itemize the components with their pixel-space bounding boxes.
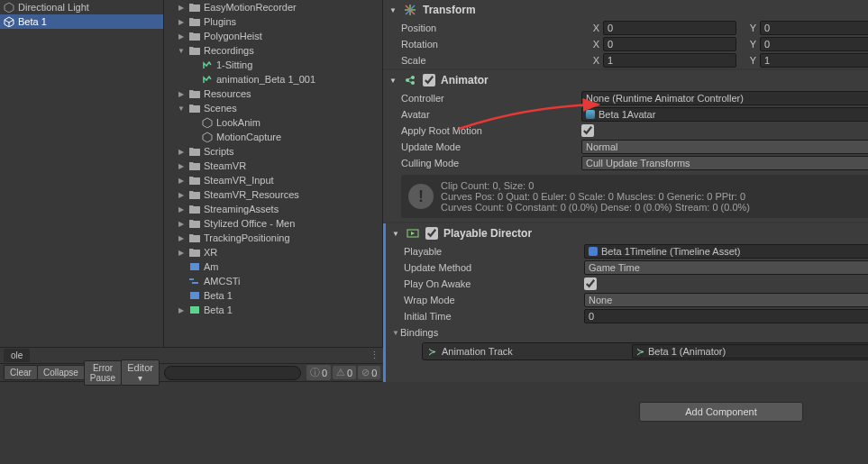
hierarchy-item-label: Directional Light [18, 2, 89, 13]
wrap-mode-dropdown[interactable]: None▾ [584, 293, 868, 307]
timeline-icon [589, 247, 598, 256]
rotation-y-input[interactable] [760, 37, 868, 51]
editor-dropdown[interactable]: Editor ▾ [121, 359, 160, 386]
tree-item[interactable]: ▶Plugins [164, 14, 382, 29]
foldout-icon[interactable]: ▼ [177, 104, 186, 113]
animator-enabled-checkbox[interactable] [423, 74, 435, 86]
avatar-field[interactable]: Beta 1Avatar [581, 107, 868, 122]
wrap-mode-label: Wrap Mode [404, 295, 584, 305]
console-search-input[interactable] [164, 366, 301, 380]
tree-item[interactable]: ▶XR [164, 245, 382, 259]
tree-item[interactable]: ▶Beta 1 [164, 303, 382, 317]
update-mode-dropdown[interactable]: Normal▾ [581, 140, 868, 154]
tree-item[interactable]: ▶EasyMotionRecorder [164, 0, 382, 14]
component-header[interactable]: ▼ Animator ?⇄⋮ [383, 70, 868, 90]
hierarchy-item[interactable]: Beta 1 [0, 14, 163, 29]
light-icon [4, 2, 14, 13]
component-title: Playable Director [443, 227, 868, 240]
avatar-icon [586, 110, 595, 119]
tree-item[interactable]: ▼Scenes [164, 101, 382, 115]
info-count-badge[interactable]: ⓘ0 [306, 365, 331, 380]
tree-item[interactable]: MotionCapture [164, 130, 382, 144]
warn-count-badge[interactable]: ⚠0 [333, 366, 356, 379]
hierarchy-item[interactable]: Directional Light [0, 0, 163, 14]
hierarchy-item-label: Beta 1 [18, 16, 47, 27]
foldout-icon[interactable]: ▶ [177, 161, 186, 170]
position-label: Position [401, 23, 581, 33]
tree-item[interactable]: ▶TrackingPositioning [164, 231, 382, 245]
position-y-input[interactable] [760, 21, 868, 35]
foldout-icon[interactable]: ▼ [177, 46, 186, 55]
tree-item-label: Recordings [204, 45, 254, 56]
binding-target-field[interactable]: ≻Beta 1 (Animator) [632, 344, 868, 359]
component-header[interactable]: ▼ Playable Director ?⇄⋮ [386, 223, 868, 243]
update-method-dropdown[interactable]: Game Time▾ [584, 260, 868, 275]
foldout-icon[interactable]: ▼ [391, 328, 400, 337]
tree-item-label: 1-Sitting [216, 59, 252, 70]
foldout-icon[interactable]: ▶ [177, 89, 186, 98]
foldout-icon[interactable] [189, 132, 198, 141]
foldout-icon[interactable]: ▶ [177, 3, 186, 12]
tree-item[interactable]: ▶SteamVR [164, 159, 382, 173]
foldout-icon[interactable]: ▶ [177, 190, 186, 199]
tree-item[interactable]: ▼Recordings [164, 43, 382, 58]
foldout-icon[interactable] [177, 262, 186, 271]
svg-rect-1 [189, 278, 194, 280]
foldout-icon[interactable] [189, 75, 198, 84]
playable-director-icon [406, 226, 420, 241]
foldout-icon[interactable]: ▶ [177, 205, 186, 214]
foldout-icon[interactable]: ▼ [391, 229, 400, 238]
foldout-icon[interactable]: ▶ [177, 248, 186, 257]
foldout-icon[interactable] [177, 277, 186, 286]
tree-item[interactable]: ▶SteamVR_Input [164, 173, 382, 187]
foldout-icon[interactable] [177, 291, 186, 300]
playable-enabled-checkbox[interactable] [425, 227, 438, 240]
folder-icon [188, 218, 201, 229]
tree-item[interactable]: ▶Scripts [164, 144, 382, 159]
playable-field[interactable]: Beta 1Timeline (Timeline Asset) [584, 244, 868, 259]
console-tab[interactable]: ole [4, 349, 30, 362]
culling-mode-dropdown[interactable]: Cull Update Transforms▾ [581, 156, 868, 170]
foldout-icon[interactable]: ▶ [177, 147, 186, 156]
foldout-icon[interactable]: ▼ [388, 5, 397, 14]
component-header[interactable]: ▼ Transform ?⇄⋮ [383, 0, 868, 20]
error-count-badge[interactable]: ⊘0 [358, 366, 380, 379]
tree-item[interactable]: animation_Beta 1_001 [164, 72, 382, 86]
rotation-x-input[interactable] [603, 37, 736, 51]
tree-item[interactable]: 1-Sitting [164, 58, 382, 72]
foldout-icon[interactable]: ▶ [177, 305, 186, 314]
position-x-input[interactable] [603, 21, 736, 35]
initial-time-input[interactable] [584, 309, 868, 323]
tree-item[interactable]: ▶Resources [164, 86, 382, 101]
folder-icon [188, 103, 201, 114]
foldout-icon[interactable] [189, 118, 198, 127]
foldout-icon[interactable] [189, 60, 198, 69]
tree-item[interactable]: Am [164, 259, 382, 274]
foldout-icon[interactable]: ▼ [388, 76, 397, 85]
tree-item[interactable]: LookAnim [164, 115, 382, 130]
scale-y-input[interactable] [760, 53, 868, 68]
clear-button[interactable]: Clear [4, 365, 38, 380]
tree-item[interactable]: ▶StreamingAssets [164, 202, 382, 216]
collapse-button[interactable]: Collapse [37, 365, 85, 380]
scale-x-input[interactable] [603, 53, 736, 68]
foldout-icon[interactable]: ▶ [177, 176, 186, 185]
tree-item[interactable]: ▶PolygonHeist [164, 29, 382, 43]
foldout-icon[interactable]: ▶ [177, 17, 186, 26]
tree-item[interactable]: Beta 1 [164, 288, 382, 303]
folder-icon [188, 16, 201, 27]
tree-item[interactable]: ▶Stylized Office - Men [164, 216, 382, 231]
controller-field[interactable]: None (Runtime Animator Controller) [581, 91, 868, 105]
tree-item-label: animation_Beta 1_001 [216, 74, 315, 85]
add-component-button[interactable]: Add Component [639, 402, 803, 422]
foldout-icon[interactable]: ▶ [177, 233, 186, 242]
foldout-icon[interactable]: ▶ [177, 32, 186, 41]
tree-item[interactable]: ▶SteamVR_Resources [164, 187, 382, 202]
foldout-icon[interactable]: ▶ [177, 219, 186, 228]
animation-track-icon: ≻ [428, 346, 436, 358]
tree-item[interactable]: AMCSTi [164, 274, 382, 288]
play-on-awake-checkbox[interactable] [584, 277, 597, 290]
error-pause-button[interactable]: Error Pause [84, 360, 122, 386]
apply-root-motion-checkbox[interactable] [581, 124, 594, 137]
panel-menu-icon[interactable]: ⋮ [370, 350, 379, 361]
